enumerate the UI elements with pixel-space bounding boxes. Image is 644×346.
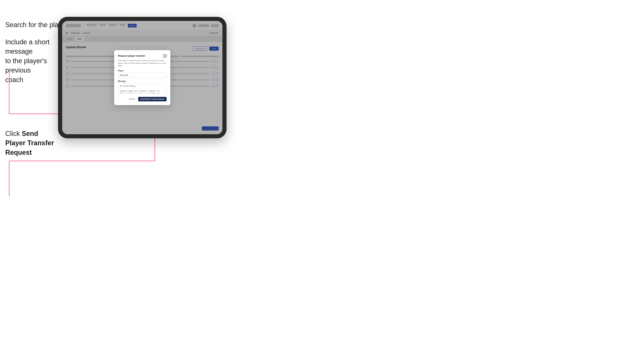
player-input[interactable]	[118, 73, 166, 78]
player-field-label: Player	[118, 70, 166, 72]
modal-overlay: Request player transfer × If the player …	[62, 21, 222, 134]
modal-actions: Cancel Send Player Transfer Request	[118, 97, 166, 101]
request-transfer-modal: Request player transfer × If the player …	[114, 50, 170, 105]
modal-close-button[interactable]: ×	[163, 54, 166, 58]
tablet-screen: Roster › ›	[62, 21, 222, 134]
annotation-message: Include a short messageto the player's p…	[5, 37, 58, 84]
modal-title: Request player transfer	[118, 54, 145, 57]
message-field-label: Message	[118, 80, 166, 82]
modal-header: Request player transfer ×	[118, 54, 166, 58]
tablet-frame: Roster › ›	[58, 17, 226, 138]
modal-description: If the player is transferring from anoth…	[118, 59, 166, 67]
arrow-line-h2	[9, 161, 155, 161]
annotation-click: Click Send Player Transfer Request	[5, 129, 58, 157]
arrow-line-v2-bottom	[9, 161, 9, 196]
message-textarea[interactable]: Hi Coach McHarg, Please accept this tran…	[118, 83, 166, 93]
send-transfer-request-button[interactable]: Send Player Transfer Request	[138, 97, 166, 101]
tablet-device: Roster › ›	[58, 17, 226, 138]
cancel-button[interactable]: Cancel	[128, 97, 136, 101]
arrow-line-v1	[9, 73, 9, 114]
